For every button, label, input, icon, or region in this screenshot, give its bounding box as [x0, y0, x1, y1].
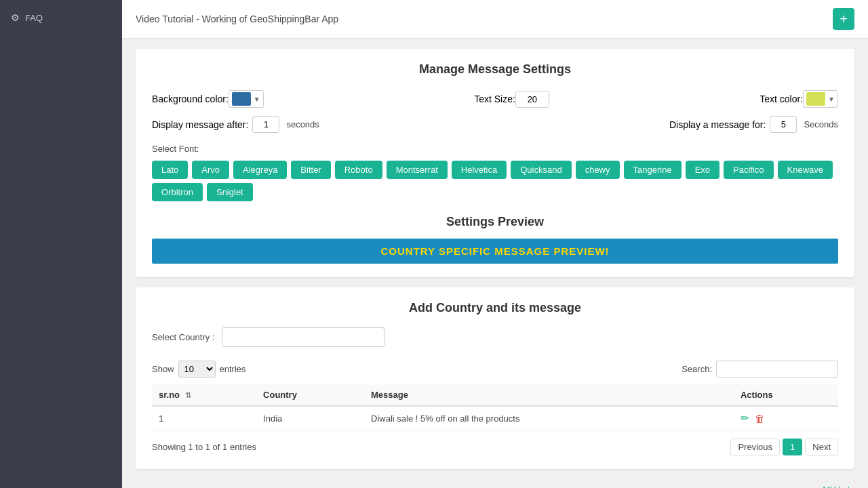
display-for-input[interactable]: [770, 116, 797, 133]
font-btn-knewave[interactable]: Knewave: [778, 161, 833, 179]
text-size-input[interactable]: [515, 91, 549, 108]
display-after-input[interactable]: [252, 116, 279, 133]
col-country-label: Country: [263, 390, 297, 400]
entries-select[interactable]: 10 25 50: [178, 361, 216, 378]
display-for-label: Display a message for:: [669, 119, 766, 130]
text-color-swatch[interactable]: ▼: [803, 90, 838, 108]
col-srno-label: sr.no: [159, 390, 180, 400]
main-content: Video Tutorial - Working of GeoShippingB…: [122, 0, 868, 488]
add-button[interactable]: +: [833, 8, 854, 30]
show-label: Show: [152, 364, 174, 374]
edit-icon[interactable]: ✏: [741, 412, 749, 424]
search-label: Search:: [682, 364, 712, 374]
font-section: Select Font: LatoArvoAlegreyaBitterRobot…: [152, 144, 838, 201]
font-btn-roboto[interactable]: Roboto: [335, 161, 382, 179]
font-btn-helvetica[interactable]: Helvetica: [452, 161, 507, 179]
display-for-suffix: Seconds: [804, 119, 838, 129]
col-message: Message: [364, 384, 734, 406]
table-head: sr.no ⇅ Country Message Actions: [152, 384, 838, 406]
col-actions: Actions: [734, 384, 838, 406]
table-body: 1 India Diwali sale ! 5% off on all the …: [152, 406, 838, 430]
font-btn-quicksand[interactable]: Quicksand: [511, 161, 571, 179]
table-row: 1 India Diwali sale ! 5% off on all the …: [152, 406, 838, 430]
font-btn-alegreya[interactable]: Alegreya: [233, 161, 287, 179]
font-btn-montserrat[interactable]: Montserrat: [387, 161, 448, 179]
display-after-group: Display message after: seconds: [152, 116, 319, 133]
next-button[interactable]: Next: [805, 439, 838, 455]
message-settings-title: Manage Message Settings: [152, 62, 838, 77]
col-actions-label: Actions: [741, 390, 773, 400]
text-size-label: Text Size:: [474, 94, 515, 104]
search-input[interactable]: [716, 361, 838, 378]
font-btn-pacifico[interactable]: Pacifico: [724, 161, 774, 179]
page-title: Video Tutorial - Working of GeoShippingB…: [136, 14, 338, 24]
font-btn-exo[interactable]: Exo: [686, 161, 719, 179]
gear-icon: ⚙: [11, 12, 20, 23]
cell-message: Diwali sale ! 5% off on all the products: [364, 406, 734, 430]
sort-icon: ⇅: [185, 391, 191, 399]
text-size-group: Text Size:: [474, 91, 549, 108]
font-btn-chewy[interactable]: chewy: [576, 161, 620, 179]
settings-second-row: Display message after: seconds Display a…: [152, 116, 838, 133]
pagination-row: Showing 1 to 1 of 1 entries Previous 1 N…: [152, 439, 838, 455]
text-color-box: [806, 92, 825, 106]
show-entries-group: Show 10 25 50 entries: [152, 361, 246, 378]
add-country-card: Add Country and its message Select Count…: [136, 287, 854, 469]
font-btn-bitter[interactable]: Bitter: [291, 161, 330, 179]
text-color-label: Text color:: [760, 94, 803, 104]
select-country-input[interactable]: [222, 327, 384, 347]
sidebar-item-faq[interactable]: ⚙ FAQ: [0, 7, 122, 28]
cell-srno: 1: [152, 406, 256, 430]
col-country: Country: [256, 384, 364, 406]
col-srno[interactable]: sr.no ⇅: [152, 384, 256, 406]
bg-color-swatch[interactable]: ▼: [229, 90, 264, 108]
message-settings-card: Manage Message Settings Background color…: [136, 49, 854, 277]
font-btn-lato[interactable]: Lato: [152, 161, 188, 179]
col-message-label: Message: [371, 390, 408, 400]
brand-label: MLVeda: [823, 485, 854, 488]
preview-title: Settings Preview: [152, 215, 838, 229]
font-btn-sniglet[interactable]: Sniglet: [207, 183, 253, 201]
font-btn-tangerine[interactable]: Tangerine: [624, 161, 682, 179]
prev-button[interactable]: Previous: [730, 439, 780, 455]
pagination-controls: Previous 1 Next: [730, 439, 838, 455]
footer: MLVeda: [122, 479, 868, 488]
sidebar: ⚙ FAQ: [0, 0, 122, 488]
text-color-arrow: ▼: [828, 96, 835, 103]
text-color-group: Text color: ▼: [760, 90, 838, 108]
select-country-label: Select Country :: [152, 332, 215, 342]
add-country-title: Add Country and its message: [152, 301, 838, 315]
font-label: Select Font:: [152, 144, 838, 154]
settings-top-row: Background color: ▼ Text Size: Text colo…: [152, 90, 838, 108]
cell-actions: ✏ 🗑: [734, 406, 838, 430]
country-table: sr.no ⇅ Country Message Actions 1 Ind: [152, 384, 838, 430]
font-buttons: LatoArvoAlegreyaBitterRobotoMontserratHe…: [152, 161, 838, 201]
preview-bar: COUNTRY SPECIFIC MESSAGE PREVIEW!: [152, 239, 838, 264]
cell-country: India: [256, 406, 364, 430]
entries-label: entries: [220, 364, 246, 374]
display-for-group: Display a message for: Seconds: [669, 116, 838, 133]
bg-color-label: Background color:: [152, 94, 229, 104]
display-after-label: Display message after:: [152, 119, 248, 130]
sidebar-item-label: FAQ: [25, 13, 43, 23]
current-page: 1: [783, 439, 802, 455]
search-group: Search:: [682, 361, 838, 378]
table-controls: Show 10 25 50 entries Search:: [152, 361, 838, 378]
top-bar: Video Tutorial - Working of GeoShippingB…: [122, 0, 868, 39]
showing-text: Showing 1 to 1 of 1 entries: [152, 442, 256, 452]
table-header-row: sr.no ⇅ Country Message Actions: [152, 384, 838, 406]
bg-color-arrow: ▼: [254, 96, 260, 103]
font-btn-arvo[interactable]: Arvo: [192, 161, 229, 179]
bg-color-box: [232, 92, 251, 106]
delete-icon[interactable]: 🗑: [755, 413, 765, 424]
display-after-suffix: seconds: [286, 119, 319, 129]
font-btn-orbitron[interactable]: Orbitron: [152, 183, 203, 201]
bg-color-group: Background color: ▼: [152, 90, 264, 108]
select-country-row: Select Country :: [152, 327, 838, 347]
